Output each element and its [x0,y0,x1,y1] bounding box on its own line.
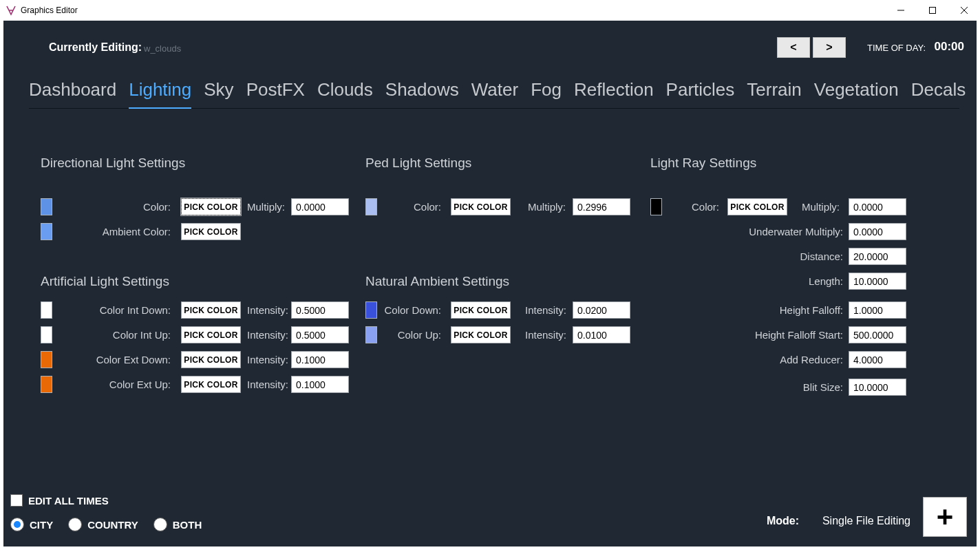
tab-particles[interactable]: Particles [666,76,735,108]
region-radio-group: CITY COUNTRY BOTH [10,518,202,531]
artificial-row-1-pick-button[interactable]: PICK COLOR [181,326,241,343]
lightray-length-label: Length: [774,275,843,287]
mode-value: Single File Editing [822,515,910,527]
time-of-day-value: 00:00 [935,40,964,54]
ped-color-pick-button[interactable]: PICK COLOR [451,198,511,215]
natural-row-1-label: Color Up: [375,329,441,341]
lightray-color-swatch[interactable] [650,198,662,215]
tabs: DashboardLightingSkyPostFXCloudsShadowsW… [29,76,959,109]
artificial-row-0-pick-button[interactable]: PICK COLOR [181,301,241,319]
artificial-row-1-intensity-input[interactable] [291,326,349,343]
tab-fog[interactable]: Fog [531,76,562,108]
section-title-directional: Directional Light Settings [41,156,185,171]
radio-both[interactable]: BOTH [153,518,202,531]
tab-vegetation[interactable]: Vegetation [814,76,899,108]
directional-color-swatch[interactable] [41,198,52,215]
artificial-row-2-pick-button[interactable]: PICK COLOR [181,351,241,368]
ped-color-label: Color: [386,201,441,213]
section-title-artificial: Artificial Light Settings [41,274,169,289]
add-button[interactable]: + [923,497,967,537]
artificial-row-3-pick-button[interactable]: PICK COLOR [181,376,241,393]
radio-both-label: BOTH [173,519,202,531]
time-next-button[interactable]: > [813,37,846,58]
artificial-row-0-label: Color Int Down: [72,304,171,316]
lightray-underwater-input[interactable] [849,223,906,240]
artificial-row-2-intensity-input[interactable] [291,351,349,368]
artificial-row-1-swatch[interactable] [41,326,52,343]
directional-ambient-swatch[interactable] [41,223,52,240]
tab-terrain[interactable]: Terrain [747,76,801,108]
section-title-ped: Ped Light Settings [365,156,471,171]
radio-city-label: CITY [30,519,53,531]
tab-dashboard[interactable]: Dashboard [29,76,116,108]
natural-row-0-intensity-input[interactable] [573,301,630,319]
lightray-blitsize-label: Blit Size: [774,381,843,393]
section-title-lightray: Light Ray Settings [650,156,756,171]
lightray-heightfalloffstart-input[interactable] [849,326,906,343]
artificial-row-2-intensity-label: Intensity: [247,354,288,365]
artificial-row-3-intensity-label: Intensity: [247,379,288,390]
artificial-row-3-intensity-input[interactable] [291,376,349,393]
radio-icon [68,518,82,531]
minimize-button[interactable] [885,0,917,21]
natural-row-0-intensity-label: Intensity: [525,304,566,316]
artificial-row-3-label: Color Ext Up: [72,379,171,390]
lightray-multiply-label: Multiply: [802,201,840,213]
lightray-addreducer-input[interactable] [849,351,906,368]
radio-icon [10,518,24,531]
lightray-multiply-input[interactable] [849,198,906,215]
close-button[interactable] [948,0,980,21]
directional-ambient-pick-button[interactable]: PICK COLOR [181,223,241,240]
lightray-length-input[interactable] [849,273,906,290]
ped-multiply-label: Multiply: [528,201,566,213]
directional-multiply-input[interactable] [291,198,349,215]
lightray-heightfalloff-label: Height Falloff: [747,304,843,316]
artificial-row-3-swatch[interactable] [41,376,52,393]
radio-country-label: COUNTRY [87,519,138,531]
tab-sky[interactable]: Sky [204,76,233,108]
ped-color-swatch[interactable] [365,198,377,215]
window-titlebar: Graphics Editor [0,0,980,21]
artificial-row-1-label: Color Int Up: [72,329,171,341]
edit-all-times-checkbox[interactable]: EDIT ALL TIMES [10,494,109,507]
lightray-color-pick-button[interactable]: PICK COLOR [727,198,787,215]
svg-rect-1 [930,8,936,14]
artificial-row-2-swatch[interactable] [41,351,52,368]
tab-lighting[interactable]: Lighting [129,76,191,109]
directional-color-pick-button[interactable]: PICK COLOR [181,198,241,215]
lightray-heightfalloffstart-label: Height Falloff Start: [726,329,843,341]
checkbox-icon [10,494,23,507]
artificial-row-2-label: Color Ext Down: [72,354,171,365]
natural-row-1-intensity-label: Intensity: [525,329,566,341]
app-icon [6,5,17,16]
tab-postfx[interactable]: PostFX [246,76,305,108]
lightray-heightfalloff-input[interactable] [849,301,906,319]
tab-decals[interactable]: Decals [911,76,966,108]
tab-reflection[interactable]: Reflection [574,76,654,108]
time-prev-button[interactable]: < [777,37,810,58]
lightray-underwater-label: Underwater Multiply: [712,226,843,237]
lightray-blitsize-input[interactable] [849,379,906,396]
natural-row-0-pick-button[interactable]: PICK COLOR [451,301,511,319]
window-title: Graphics Editor [21,6,78,15]
natural-row-1-pick-button[interactable]: PICK COLOR [451,326,511,343]
tab-clouds[interactable]: Clouds [317,76,373,108]
maximize-button[interactable] [917,0,948,21]
currently-editing-value: w_clouds [144,43,181,54]
natural-row-1-intensity-input[interactable] [573,326,630,343]
time-of-day-label: TIME OF DAY: [867,43,926,53]
radio-icon [153,518,167,531]
radio-city[interactable]: CITY [10,518,53,531]
tab-shadows[interactable]: Shadows [385,76,459,108]
radio-country[interactable]: COUNTRY [68,518,138,531]
lightray-distance-label: Distance: [774,251,843,262]
lightray-distance-input[interactable] [849,248,906,265]
ped-multiply-input[interactable] [573,198,630,215]
artificial-row-0-swatch[interactable] [41,301,52,319]
app-frame: Currently Editing: w_clouds < > TIME OF … [3,21,977,546]
section-title-natural: Natural Ambient Settings [365,274,509,289]
lightray-addreducer-label: Add Reducer: [754,354,843,365]
tab-water[interactable]: Water [471,76,518,108]
directional-color-label: Color: [107,201,171,213]
artificial-row-0-intensity-input[interactable] [291,301,349,319]
